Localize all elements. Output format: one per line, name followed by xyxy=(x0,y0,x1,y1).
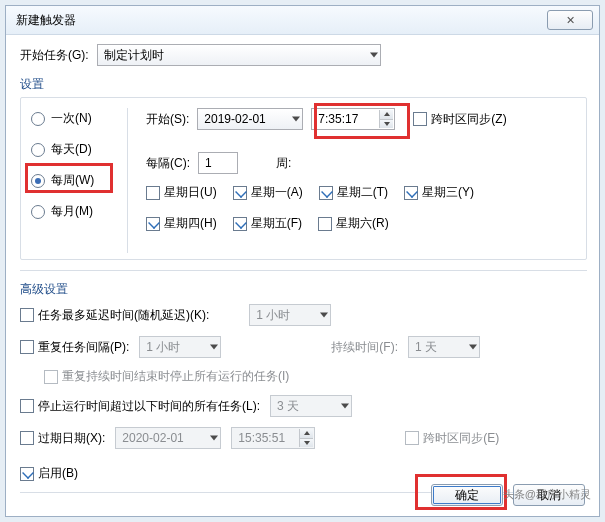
adv-repeat-duration-combo[interactable]: 1 天 xyxy=(408,336,480,358)
day-sun-check[interactable]: 星期日(U) xyxy=(146,184,217,201)
advanced-caption: 高级设置 xyxy=(20,281,587,298)
adv-repeat-value: 1 小时 xyxy=(146,339,180,356)
recur-every-input[interactable]: 1 xyxy=(198,152,238,174)
checkbox-icon xyxy=(44,370,58,384)
begin-task-combo[interactable]: 制定计划时 xyxy=(97,44,381,66)
freq-once-label: 一次(N) xyxy=(51,110,92,127)
adv-enabled-check[interactable]: 启用(B) xyxy=(20,465,78,482)
start-time-value: 7:35:17 xyxy=(318,112,358,126)
chevron-down-icon xyxy=(304,441,310,445)
adv-expire-sync-tz-check[interactable]: 跨时区同步(E) xyxy=(405,430,499,447)
day-tue-check[interactable]: 星期二(T) xyxy=(319,184,388,201)
freq-weekly-label: 每周(W) xyxy=(51,172,94,189)
checkbox-icon xyxy=(405,431,419,445)
chevron-up-icon xyxy=(304,431,310,435)
checkbox-icon xyxy=(146,217,160,231)
cancel-button[interactable]: 取消 xyxy=(513,484,585,506)
radio-icon xyxy=(31,112,45,126)
adv-expire-check[interactable]: 过期日期(X): xyxy=(20,430,105,447)
chevron-up-icon xyxy=(384,112,390,116)
settings-group: 一次(N) 每天(D) 每周(W) 每月(M) xyxy=(20,97,587,260)
spinner-buttons[interactable] xyxy=(379,110,393,128)
start-label: 开始(S): xyxy=(146,111,189,128)
checkbox-icon xyxy=(146,186,160,200)
spinner-buttons[interactable] xyxy=(299,429,313,447)
chevron-down-icon xyxy=(320,313,328,318)
adv-repeat-stop-check[interactable]: 重复持续时间结束时停止所有运行的任务(I) xyxy=(44,368,289,385)
day-fri-check[interactable]: 星期五(F) xyxy=(233,215,302,232)
recur-unit-label: 周: xyxy=(276,155,291,172)
checkbox-icon xyxy=(20,467,34,481)
day-thu-label: 星期四(H) xyxy=(164,215,217,232)
checkbox-icon xyxy=(20,431,34,445)
adv-expire-date[interactable]: 2020-02-01 xyxy=(115,427,221,449)
adv-delay-combo[interactable]: 1 小时 xyxy=(249,304,331,326)
chevron-down-icon xyxy=(341,404,349,409)
checkbox-icon xyxy=(20,399,34,413)
titlebar: 新建触发器 ✕ xyxy=(6,6,599,35)
close-icon: ✕ xyxy=(566,14,575,27)
new-trigger-dialog: 新建触发器 ✕ 开始任务(G): 制定计划时 设置 一次(N) xyxy=(5,5,600,517)
checkbox-icon xyxy=(318,217,332,231)
adv-stop-combo[interactable]: 3 天 xyxy=(270,395,352,417)
adv-expire-sync-tz-label: 跨时区同步(E) xyxy=(423,430,499,447)
day-wed-label: 星期三(Y) xyxy=(422,184,474,201)
close-button[interactable]: ✕ xyxy=(547,10,593,30)
freq-radio-once[interactable]: 一次(N) xyxy=(31,110,109,127)
day-sat-label: 星期六(R) xyxy=(336,215,389,232)
adv-repeat-check[interactable]: 重复任务间隔(P): xyxy=(20,339,129,356)
checkbox-icon xyxy=(233,217,247,231)
freq-daily-label: 每天(D) xyxy=(51,141,92,158)
freq-monthly-label: 每月(M) xyxy=(51,203,93,220)
day-fri-label: 星期五(F) xyxy=(251,215,302,232)
chevron-down-icon xyxy=(370,53,378,58)
chevron-down-icon xyxy=(384,122,390,126)
adv-repeat-duration-label: 持续时间(F): xyxy=(331,339,398,356)
checkbox-icon xyxy=(233,186,247,200)
checkbox-icon xyxy=(413,112,427,126)
ok-button-label: 确定 xyxy=(455,487,479,504)
adv-repeat-label: 重复任务间隔(P): xyxy=(38,339,129,356)
start-sync-tz-label: 跨时区同步(Z) xyxy=(431,111,506,128)
dialog-title: 新建触发器 xyxy=(16,12,547,29)
freq-radio-weekly[interactable]: 每周(W) xyxy=(31,172,109,189)
adv-repeat-combo[interactable]: 1 小时 xyxy=(139,336,221,358)
adv-expire-label: 过期日期(X): xyxy=(38,430,105,447)
adv-repeat-duration-value: 1 天 xyxy=(415,339,437,356)
ok-button[interactable]: 确定 xyxy=(431,484,503,506)
adv-stop-value: 3 天 xyxy=(277,398,299,415)
day-wed-check[interactable]: 星期三(Y) xyxy=(404,184,474,201)
start-sync-tz-check[interactable]: 跨时区同步(Z) xyxy=(413,111,506,128)
checkbox-icon xyxy=(20,308,34,322)
chevron-down-icon xyxy=(292,117,300,122)
adv-delay-value: 1 小时 xyxy=(256,307,290,324)
adv-expire-time-value: 15:35:51 xyxy=(238,431,285,445)
settings-caption: 设置 xyxy=(20,76,587,93)
chevron-down-icon xyxy=(210,345,218,350)
begin-task-value: 制定计划时 xyxy=(104,47,164,64)
start-date-picker[interactable]: 2019-02-01 xyxy=(197,108,303,130)
adv-stop-label: 停止运行时间超过以下时间的所有任务(L): xyxy=(38,398,260,415)
day-thu-check[interactable]: 星期四(H) xyxy=(146,215,217,232)
adv-expire-time[interactable]: 15:35:51 xyxy=(231,427,315,449)
recur-every-label: 每隔(C): xyxy=(146,155,190,172)
recur-every-value: 1 xyxy=(205,156,212,170)
adv-stop-check[interactable]: 停止运行时间超过以下时间的所有任务(L): xyxy=(20,398,260,415)
day-mon-check[interactable]: 星期一(A) xyxy=(233,184,303,201)
day-sat-check[interactable]: 星期六(R) xyxy=(318,215,389,232)
freq-radio-monthly[interactable]: 每月(M) xyxy=(31,203,109,220)
radio-icon xyxy=(31,174,45,188)
freq-radio-daily[interactable]: 每天(D) xyxy=(31,141,109,158)
chevron-down-icon xyxy=(469,345,477,350)
checkbox-icon xyxy=(404,186,418,200)
start-date-value: 2019-02-01 xyxy=(204,112,265,126)
cancel-button-label: 取消 xyxy=(537,487,561,504)
day-mon-label: 星期一(A) xyxy=(251,184,303,201)
adv-expire-date-value: 2020-02-01 xyxy=(122,431,183,445)
adv-enabled-label: 启用(B) xyxy=(38,465,78,482)
start-time-spinner[interactable]: 7:35:17 xyxy=(311,108,395,130)
adv-delay-check[interactable]: 任务最多延迟时间(随机延迟)(K): xyxy=(20,307,209,324)
radio-icon xyxy=(31,205,45,219)
checkbox-icon xyxy=(20,340,34,354)
chevron-down-icon xyxy=(210,436,218,441)
